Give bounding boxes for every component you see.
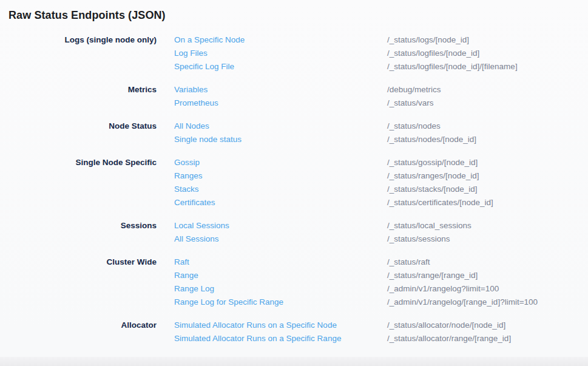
- endpoint-row: Simulated Allocator Runs on a Specific R…: [174, 332, 511, 345]
- section-label: Allocator: [0, 319, 157, 345]
- endpoint-row: Range Log for Specific Range /_admin/v1/…: [174, 296, 538, 309]
- endpoint-link[interactable]: Raft: [174, 256, 387, 269]
- endpoint-link[interactable]: Ranges: [174, 169, 387, 183]
- endpoint-path: /_status/vars: [387, 97, 434, 110]
- endpoint-row: Single node status /_status/nodes/[node_…: [174, 133, 476, 146]
- endpoint-link[interactable]: Prometheus: [174, 97, 387, 110]
- endpoint-section: Single Node Specific Gossip /_status/gos…: [0, 156, 588, 209]
- endpoint-row: All Nodes /_status/nodes: [174, 120, 476, 133]
- endpoint-row: Log Files /_status/logfiles/[node_id]: [174, 47, 518, 60]
- endpoint-link[interactable]: Range: [174, 269, 387, 282]
- endpoint-section: Cluster Wide Raft /_status/raft Range /_…: [0, 256, 588, 309]
- endpoint-row: All Sessions /_status/sessions: [174, 232, 471, 246]
- endpoint-row: Range Log /_admin/v1/rangelog?limit=100: [174, 282, 538, 296]
- endpoint-path: /_status/logs/[node_id]: [387, 33, 469, 47]
- endpoint-section: Logs (single node only) On a Specific No…: [0, 33, 588, 73]
- endpoint-path: /_status/range/[range_id]: [387, 269, 478, 282]
- endpoint-path: /_status/logfiles/[node_id]/[filename]: [387, 60, 518, 73]
- endpoint-link[interactable]: Single node status: [174, 133, 387, 146]
- endpoint-link[interactable]: Stacks: [174, 183, 387, 196]
- endpoint-path: /_admin/v1/rangelog?limit=100: [387, 282, 499, 296]
- debug-endpoints-page: Raw Status Endpoints (JSON) Logs (single…: [0, 0, 588, 366]
- endpoint-path: /_status/certificates/[node_id]: [387, 196, 493, 209]
- endpoint-path: /_status/stacks/[node_id]: [387, 183, 478, 196]
- endpoint-link[interactable]: Gossip: [174, 156, 387, 169]
- endpoint-path: /_status/raft: [387, 256, 430, 269]
- endpoint-path: /_status/nodes: [387, 120, 441, 133]
- endpoint-link[interactable]: Local Sessions: [174, 219, 387, 232]
- endpoint-section: Metrics Variables /debug/metrics Prometh…: [0, 83, 588, 110]
- endpoint-row: Stacks /_status/stacks/[node_id]: [174, 183, 493, 196]
- section-rows: All Nodes /_status/nodes Single node sta…: [174, 120, 476, 146]
- section-rows: On a Specific Node /_status/logs/[node_i…: [174, 33, 518, 73]
- endpoint-link[interactable]: Simulated Allocator Runs on a Specific N…: [174, 319, 387, 332]
- endpoint-link[interactable]: Variables: [174, 83, 387, 97]
- endpoint-section: Sessions Local Sessions /_status/local_s…: [0, 219, 588, 246]
- endpoint-link[interactable]: Range Log for Specific Range: [174, 296, 387, 309]
- endpoint-path: /_status/ranges/[node_id]: [387, 169, 479, 183]
- endpoint-section: Allocator Simulated Allocator Runs on a …: [0, 319, 588, 345]
- section-label: Logs (single node only): [0, 33, 157, 73]
- section-label: Metrics: [0, 83, 157, 110]
- endpoint-row: Ranges /_status/ranges/[node_id]: [174, 169, 493, 183]
- section-label: Single Node Specific: [0, 156, 157, 209]
- endpoint-path: /_status/logfiles/[node_id]: [387, 47, 479, 60]
- section-rows: Local Sessions /_status/local_sessions A…: [174, 219, 471, 246]
- section-rows: Variables /debug/metrics Prometheus /_st…: [174, 83, 441, 110]
- endpoints-table: Logs (single node only) On a Specific No…: [0, 22, 588, 345]
- endpoint-link[interactable]: Simulated Allocator Runs on a Specific R…: [174, 332, 387, 345]
- endpoint-row: Specific Log File /_status/logfiles/[nod…: [174, 60, 518, 73]
- endpoint-link[interactable]: Log Files: [174, 47, 387, 60]
- endpoint-link[interactable]: All Sessions: [174, 232, 387, 246]
- endpoint-section: Node Status All Nodes /_status/nodes Sin…: [0, 120, 588, 146]
- endpoint-row: Raft /_status/raft: [174, 256, 538, 269]
- endpoint-row: Gossip /_status/gossip/[node_id]: [174, 156, 493, 169]
- endpoint-link[interactable]: Range Log: [174, 282, 387, 296]
- section-rows: Simulated Allocator Runs on a Specific N…: [174, 319, 511, 345]
- endpoint-path: /_status/gossip/[node_id]: [387, 156, 478, 169]
- section-label: Sessions: [0, 219, 157, 246]
- endpoint-row: On a Specific Node /_status/logs/[node_i…: [174, 33, 518, 47]
- endpoint-path: /_status/nodes/[node_id]: [387, 133, 476, 146]
- section-rows: Gossip /_status/gossip/[node_id] Ranges …: [174, 156, 493, 209]
- endpoint-path: /debug/metrics: [387, 83, 441, 97]
- section-label: Cluster Wide: [0, 256, 157, 309]
- endpoint-row: Certificates /_status/certificates/[node…: [174, 196, 493, 209]
- endpoint-path: /_status/allocator/range/[range_id]: [387, 332, 511, 345]
- endpoint-link[interactable]: Certificates: [174, 196, 387, 209]
- endpoint-row: Variables /debug/metrics: [174, 83, 441, 97]
- page-title: Raw Status Endpoints (JSON): [0, 0, 588, 22]
- endpoint-row: Prometheus /_status/vars: [174, 97, 441, 110]
- endpoint-link[interactable]: Specific Log File: [174, 60, 387, 73]
- endpoint-path: /_status/allocator/node/[node_id]: [387, 319, 505, 332]
- endpoint-link[interactable]: On a Specific Node: [174, 33, 387, 47]
- endpoint-path: /_admin/v1/rangelog/[range_id]?limit=100: [387, 296, 538, 309]
- endpoint-path: /_status/local_sessions: [387, 219, 471, 232]
- section-rows: Raft /_status/raft Range /_status/range/…: [174, 256, 538, 309]
- endpoint-row: Local Sessions /_status/local_sessions: [174, 219, 471, 232]
- endpoint-row: Range /_status/range/[range_id]: [174, 269, 538, 282]
- footer-strip: [0, 357, 588, 366]
- endpoint-link[interactable]: All Nodes: [174, 120, 387, 133]
- section-label: Node Status: [0, 120, 157, 146]
- endpoint-row: Simulated Allocator Runs on a Specific N…: [174, 319, 511, 332]
- endpoint-path: /_status/sessions: [387, 232, 450, 246]
